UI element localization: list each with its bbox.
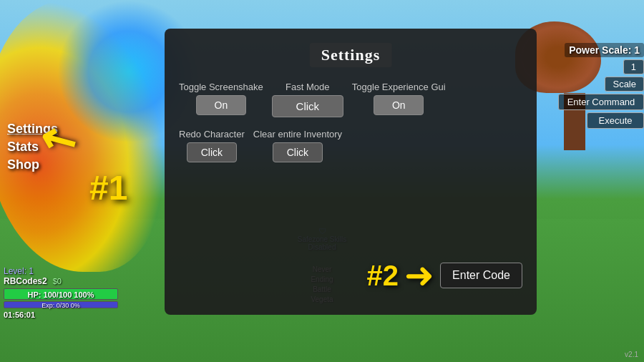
execute-button[interactable]: Execute bbox=[587, 112, 644, 129]
version-text: v2.1 bbox=[625, 351, 638, 358]
enter-code-button[interactable]: Enter Code bbox=[440, 263, 522, 288]
clear-inventory-label: Clear entire Inventory bbox=[253, 129, 342, 140]
hp-bar-text: HP: 100/100 100% bbox=[4, 289, 117, 300]
step-2-label: #2 bbox=[367, 260, 399, 292]
toggle-exp-gui-label: Toggle Experience Gui bbox=[352, 82, 446, 92]
clear-inventory-group: Clear entire Inventory Click bbox=[253, 129, 342, 162]
hp-bar: HP: 100/100 100% bbox=[4, 288, 118, 300]
bottom-left-status: Level: 1 RBCodes2 $0 HP: 100/100 100% Ex… bbox=[4, 266, 118, 319]
right-panel: Power Scale: 1 1 Scale Enter Command Exe… bbox=[558, 43, 644, 129]
settings-row-1: Toggle Screenshake On Fast Mode Click To… bbox=[179, 82, 522, 117]
scale-button[interactable]: Scale bbox=[605, 77, 644, 92]
exp-bar: Exp: 0/30 0% bbox=[4, 301, 118, 308]
username-text: RBCodes2 bbox=[4, 276, 47, 286]
toggle-exp-gui-group: Toggle Experience Gui On bbox=[352, 82, 446, 115]
toggle-screenshake-button[interactable]: On bbox=[196, 95, 246, 115]
level-text: Level: 1 bbox=[4, 266, 118, 276]
power-scale-text: Power Scale: 1 bbox=[565, 43, 644, 57]
redo-character-label: Redo Character bbox=[179, 129, 245, 140]
money-text: $0 bbox=[53, 277, 62, 285]
fast-mode-button[interactable]: Click bbox=[272, 95, 343, 117]
enter-code-area: #2 ➜ Enter Code bbox=[367, 258, 522, 293]
clear-inventory-button[interactable]: Click bbox=[273, 142, 323, 162]
scale-value-display: 1 bbox=[623, 59, 644, 74]
settings-row-2: Redo Character Click Clear entire Invent… bbox=[179, 129, 522, 162]
toggle-screenshake-label: Toggle Screenshake bbox=[179, 82, 263, 92]
fast-mode-group: Fast Mode Click bbox=[272, 82, 343, 117]
redo-character-group: Redo Character Click bbox=[179, 129, 245, 162]
toggle-exp-gui-button[interactable]: On bbox=[374, 95, 424, 115]
exp-bar-text: Exp: 0/30 0% bbox=[4, 302, 117, 309]
hp-bar-container: HP: 100/100 100% Exp: 0/30 0% bbox=[4, 288, 118, 308]
settings-modal: Settings Toggle Screenshake On Fast Mode… bbox=[165, 29, 537, 315]
arrow-2-icon: ➜ bbox=[404, 258, 434, 293]
settings-title: Settings bbox=[310, 43, 392, 67]
enter-command-input[interactable]: Enter Command bbox=[558, 94, 644, 110]
toggle-screenshake-group: Toggle Screenshake On bbox=[179, 82, 263, 115]
redo-character-button[interactable]: Click bbox=[187, 142, 237, 162]
fast-mode-label: Fast Mode bbox=[286, 82, 329, 92]
timer-text: 01:56:01 bbox=[4, 310, 118, 319]
step-1-label: #1 bbox=[89, 168, 127, 207]
